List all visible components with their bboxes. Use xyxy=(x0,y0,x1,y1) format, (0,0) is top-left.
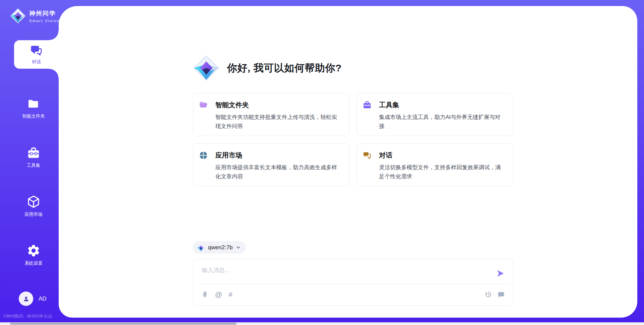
brand-text: 神州问学 Smart Vision xyxy=(29,9,60,23)
cube-icon xyxy=(26,195,41,209)
card-header: 智能文件夹 xyxy=(199,101,340,110)
card-description: 集成市场上主流工具，助力AI与外界无缝扩展与对接 xyxy=(379,113,504,131)
card-title: 应用市场 xyxy=(215,151,242,160)
composer-divider xyxy=(197,283,509,284)
tab-fillet-bottom xyxy=(49,69,59,78)
message-input[interactable] xyxy=(201,266,491,284)
comment-icon[interactable] xyxy=(497,291,505,298)
horizontal-scrollbar xyxy=(0,322,644,325)
chat-icon xyxy=(363,151,372,160)
hashtag-icon[interactable]: # xyxy=(228,291,232,298)
card-title: 智能文件夹 xyxy=(215,101,249,110)
brand-logo: 神州问学 Smart Vision xyxy=(10,8,60,24)
tab-fillet-top xyxy=(49,31,59,40)
chevron-down-icon xyxy=(236,245,241,250)
sidebar-item-label: 对话 xyxy=(32,59,41,65)
sidebar-item-label: 工具集 xyxy=(27,162,41,169)
model-diamond-icon xyxy=(197,244,205,252)
sidebar-item-label: 应用市场 xyxy=(24,211,43,217)
scrollbar-thumb[interactable] xyxy=(10,323,236,325)
avatar xyxy=(19,291,33,306)
username: AD xyxy=(39,296,47,302)
feature-cards: 智能文件夹 智能文件夹功能支持批量文件上传与清洗，轻松实现文件问答 工具集 集成… xyxy=(193,93,513,186)
sidebar-item-chat[interactable]: 对话 xyxy=(14,40,59,69)
model-name: qwen2:7b xyxy=(208,244,233,251)
card-header: 工具集 xyxy=(363,101,504,110)
sidebar-item-settings[interactable]: 系统设置 xyxy=(8,244,59,266)
sidebar-item-app-market[interactable]: 应用市场 xyxy=(8,195,59,217)
model-selector[interactable]: qwen2:7b xyxy=(193,241,246,254)
card-description: 灵活切换多模型文件，支持多样回复效果调试，满足个性化需求 xyxy=(379,163,504,181)
attachment-icon[interactable] xyxy=(201,291,209,298)
card-description: 应用市场提供丰富长文本模板，助力高效生成多样化文章内容 xyxy=(215,163,340,181)
card-header: 对话 xyxy=(363,151,504,160)
copyright-footer: ©神州数码 · 神州问学出品 xyxy=(3,314,52,319)
composer-toolbar-right xyxy=(485,291,505,298)
card-description: 智能文件夹功能支持批量文件上传与清洗，轻松实现文件问答 xyxy=(215,113,340,131)
mention-icon[interactable]: @ xyxy=(215,291,222,298)
brand-name: 神州问学 xyxy=(29,9,60,17)
sidebar-item-label: 系统设置 xyxy=(24,260,43,266)
user-account[interactable]: AD xyxy=(19,291,47,306)
brand-subtitle: Smart Vision xyxy=(29,19,60,23)
sidebar-item-toolset[interactable]: 工具集 xyxy=(8,146,59,169)
person-icon xyxy=(22,295,30,303)
send-icon[interactable] xyxy=(496,269,505,278)
card-title: 工具集 xyxy=(379,101,399,110)
main-panel: 你好, 我可以如何帮助你? 智能文件夹 智能文件夹功能支持批量文件上传与清洗，轻… xyxy=(59,6,637,318)
history-icon[interactable] xyxy=(485,291,492,298)
assistant-diamond-icon xyxy=(193,55,220,81)
card-title: 对话 xyxy=(379,151,392,160)
toolbox-icon xyxy=(363,101,372,110)
sidebar-item-smart-folder[interactable]: 智能文件夹 xyxy=(8,98,59,119)
card-smart-folder[interactable]: 智能文件夹 智能文件夹功能支持批量文件上传与清洗，轻松实现文件问答 xyxy=(193,93,350,136)
card-toolset[interactable]: 工具集 集成市场上主流工具，助力AI与外界无缝扩展与对接 xyxy=(357,93,513,136)
sidebar-item-label: 智能文件夹 xyxy=(22,113,45,119)
card-header: 应用市场 xyxy=(199,151,340,160)
message-composer: @ # xyxy=(193,259,513,306)
toolbox-icon xyxy=(27,146,40,160)
chat-icon xyxy=(30,44,43,57)
greeting-text: 你好, 我可以如何帮助你? xyxy=(227,61,342,75)
market-grid-icon xyxy=(199,151,208,160)
brand-diamond-icon xyxy=(10,8,26,24)
folder-icon xyxy=(27,98,40,111)
gear-icon xyxy=(26,244,41,258)
app-window: 神州问学 Smart Vision 对话 智能文件夹 工具集 应用市场 系统设置 xyxy=(0,0,644,325)
card-chat[interactable]: 对话 灵活切换多模型文件，支持多样回复效果调试，满足个性化需求 xyxy=(357,143,513,186)
composer-toolbar-left: @ # xyxy=(201,291,232,298)
greeting-row: 你好, 我可以如何帮助你? xyxy=(193,55,342,81)
folder-open-icon xyxy=(199,101,208,110)
card-app-market[interactable]: 应用市场 应用市场提供丰富长文本模板，助力高效生成多样化文章内容 xyxy=(193,143,350,186)
